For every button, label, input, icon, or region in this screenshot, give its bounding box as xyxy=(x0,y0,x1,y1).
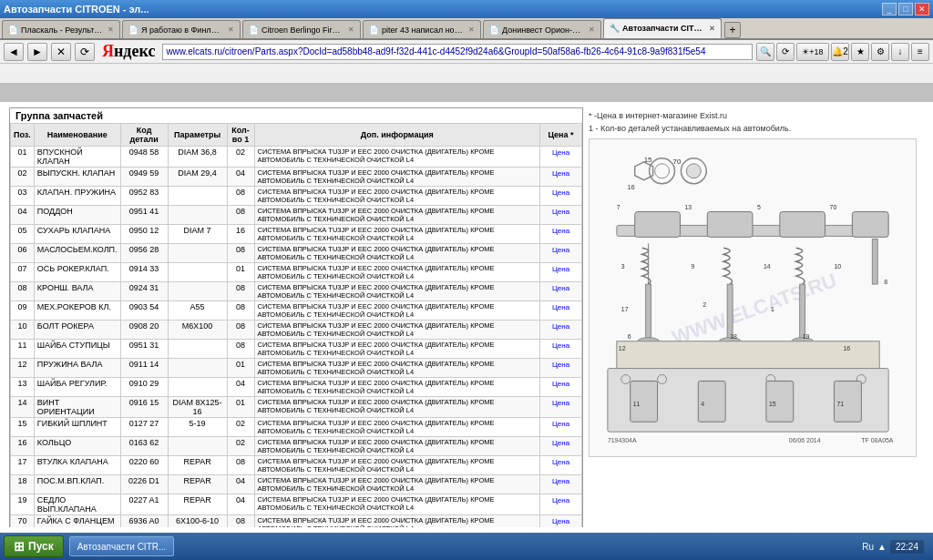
price-cell[interactable]: Цена xyxy=(540,437,582,456)
price-cell[interactable]: Цена xyxy=(540,456,582,475)
price-cell[interactable]: Цена xyxy=(540,168,582,187)
menu-icon[interactable]: ≡ xyxy=(911,43,929,61)
price-link[interactable]: Цена xyxy=(552,361,569,369)
price-link[interactable]: Цена xyxy=(552,380,569,388)
tab-close-2[interactable]: ✕ xyxy=(348,25,354,34)
tab-close-3[interactable]: ✕ xyxy=(468,25,475,34)
price-link[interactable]: Цена xyxy=(552,439,569,447)
price-link[interactable]: Цена xyxy=(552,322,569,331)
price-link[interactable]: Цена xyxy=(552,399,569,407)
taskbar-item-browser[interactable]: Автозапчасти CITR... xyxy=(69,536,175,556)
price-cell[interactable]: Цена xyxy=(540,147,582,168)
price-link[interactable]: Цена xyxy=(552,341,569,350)
browser-tab-0[interactable]: 📄Пласкаль - Результаты...✕ xyxy=(2,20,120,38)
price-cell[interactable]: Цена xyxy=(540,340,582,359)
new-tab-button[interactable]: + xyxy=(724,22,741,38)
price-link[interactable]: Цена xyxy=(552,148,569,157)
table-cell: ВИНТ ОРИЕНТАЦИИ xyxy=(34,397,120,418)
svg-text:10: 10 xyxy=(835,263,842,270)
table-cell: 0910 29 xyxy=(120,378,168,397)
price-cell[interactable]: Цена xyxy=(540,378,582,397)
minimize-button[interactable]: _ xyxy=(882,3,897,15)
price-link[interactable]: Цена xyxy=(552,188,569,197)
price-cell[interactable]: Цена xyxy=(540,187,582,206)
price-link[interactable]: Цена xyxy=(552,208,569,216)
maximize-button[interactable]: □ xyxy=(898,3,913,15)
price-link[interactable]: Цена xyxy=(552,246,569,254)
price-link[interactable]: Цена xyxy=(552,496,569,504)
svg-text:12: 12 xyxy=(619,345,626,351)
price-link[interactable]: Цена xyxy=(552,303,569,311)
svg-text:06/06  2014: 06/06 2014 xyxy=(789,437,821,443)
price-cell[interactable]: Цена xyxy=(540,244,582,263)
title-bar-controls[interactable]: _ □ ✕ xyxy=(882,3,929,15)
stop-button[interactable]: ✕ xyxy=(51,43,71,61)
svg-rect-17 xyxy=(800,284,805,339)
price-cell[interactable]: Цена xyxy=(540,321,582,340)
refresh-icon[interactable]: ⟳ xyxy=(776,43,795,61)
browser-tab-4[interactable]: 📄Донинвест Орион-М = 3...✕ xyxy=(483,20,601,38)
browser-tab-1[interactable]: 📄Я работаю в Финлянди...✕ xyxy=(122,20,241,38)
table-header-4: Кол-во 1 xyxy=(227,124,254,147)
table-cell: СИСТЕМА ВПРЫСКА TU3JP И ЕЕС 2000 ОЧИСТКА… xyxy=(254,359,539,378)
close-button[interactable]: ✕ xyxy=(915,3,929,15)
price-cell[interactable]: Цена xyxy=(540,301,582,321)
price-link[interactable]: Цена xyxy=(552,169,569,178)
tray-arrow: ▲ xyxy=(877,542,887,552)
tray-ru: Ru xyxy=(862,542,874,552)
table-cell: REPAR xyxy=(168,494,227,515)
price-cell[interactable]: Цена xyxy=(540,206,582,225)
table-row: 07ОСЬ РОКЕР.КЛАП.0914 3301СИСТЕМА ВПРЫСК… xyxy=(11,263,582,282)
table-cell: 01 xyxy=(227,359,254,378)
price-link[interactable]: Цена xyxy=(552,477,569,485)
browser-tab-5[interactable]: 🔧Автозапчасти CITROEN - эл...✕ xyxy=(603,18,722,38)
price-link[interactable]: Цена xyxy=(552,284,569,292)
tab-close-1[interactable]: ✕ xyxy=(228,25,234,34)
start-button[interactable]: ⊞ Пуск xyxy=(4,535,64,557)
price-cell[interactable]: Цена xyxy=(540,282,582,301)
table-row: 09МЕХ.РОКЕРОВ КЛ.0903 54А5508СИСТЕМА ВПР… xyxy=(11,301,582,321)
table-header-6: Цена * xyxy=(540,124,582,147)
title-bar: Автозапчасти CITROEN - эл... _ □ ✕ xyxy=(0,0,933,18)
price-cell[interactable]: Цена xyxy=(540,515,582,528)
table-cell: 0950 12 xyxy=(120,225,168,244)
price-cell[interactable]: Цена xyxy=(540,475,582,494)
price-cell[interactable]: Цена xyxy=(540,359,582,378)
table-cell: СИСТЕМА ВПРЫСКА TU3JP И ЕЕС 2000 ОЧИСТКА… xyxy=(254,244,539,263)
notification-icon[interactable]: 🔔2 xyxy=(831,43,849,61)
table-cell: СИСТЕМА ВПРЫСКА TU3JP И ЕЕС 2000 ОЧИСТКА… xyxy=(254,475,539,494)
table-cell xyxy=(168,206,227,225)
back-button[interactable]: ◄ xyxy=(4,43,24,61)
svg-text:17: 17 xyxy=(621,306,629,312)
price-link[interactable]: Цена xyxy=(552,517,569,525)
browser-tab-3[interactable]: 📄piter 43 написал новое с...✕ xyxy=(363,20,481,38)
search-icon[interactable]: 🔍 xyxy=(756,43,774,61)
download-icon[interactable]: ↓ xyxy=(891,43,909,61)
price-link[interactable]: Цена xyxy=(552,265,569,273)
price-link[interactable]: Цена xyxy=(552,458,569,466)
price-link[interactable]: Цена xyxy=(552,227,569,235)
table-cell: ПРУЖИНА ВАЛА xyxy=(34,359,120,378)
settings-icon[interactable]: ⚙ xyxy=(871,43,889,61)
browser-tab-2[interactable]: 📄Citroen Berlingo First - C...✕ xyxy=(242,20,361,38)
table-row: 17ВТУЛКА КЛАПАНА0220 60REPAR08СИСТЕМА ВП… xyxy=(11,456,582,475)
price-link[interactable]: Цена xyxy=(552,420,569,428)
tab-close-5[interactable]: ✕ xyxy=(709,25,715,33)
forward-button[interactable]: ► xyxy=(27,43,47,61)
refresh-button[interactable]: ⟳ xyxy=(75,43,95,61)
price-cell[interactable]: Цена xyxy=(540,494,582,515)
svg-rect-11 xyxy=(707,212,753,238)
table-row: 18ПОС.М.ВП.КЛАП.0226 D1REPAR04СИСТЕМА ВП… xyxy=(11,475,582,494)
url-input[interactable] xyxy=(162,44,753,60)
table-cell: СИСТЕМА ВПРЫСКА TU3JP И ЕЕС 2000 ОЧИСТКА… xyxy=(254,437,539,456)
note-0: * -Цена в интернет-магазине Exist.ru xyxy=(589,111,918,120)
tab-close-4[interactable]: ✕ xyxy=(589,25,595,34)
star-icon[interactable]: ★ xyxy=(851,43,869,61)
table-cell: 0908 20 xyxy=(120,321,168,340)
price-cell[interactable]: Цена xyxy=(540,418,582,437)
price-cell[interactable]: Цена xyxy=(540,225,582,244)
tab-close-0[interactable]: ✕ xyxy=(108,25,114,34)
price-cell[interactable]: Цена xyxy=(540,397,582,418)
price-cell[interactable]: Цена xyxy=(540,263,582,282)
svg-rect-10 xyxy=(635,212,681,238)
